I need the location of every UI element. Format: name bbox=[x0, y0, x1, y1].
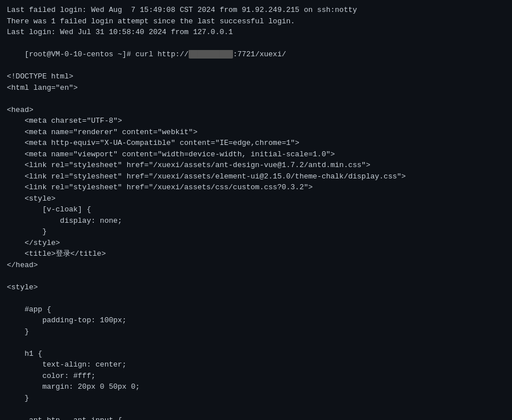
meta-xua-line: <meta http-equiv="X-UA-Compatible" conte… bbox=[7, 138, 505, 149]
style-global-open-line: <style> bbox=[7, 282, 505, 293]
text-align-line: text-align: center; bbox=[7, 359, 505, 371]
head-close-line: </head> bbox=[7, 260, 505, 271]
prompt-text: [root@VM-0-10-centos ~]# bbox=[24, 50, 135, 59]
style-open-line: <style> bbox=[7, 193, 505, 205]
empty-line-4 bbox=[7, 337, 505, 348]
empty-line-3 bbox=[7, 293, 505, 304]
command-rest: :7721/xuexi/ bbox=[233, 50, 286, 59]
command-curl: curl http:// bbox=[135, 50, 189, 59]
close-bracket1-line: } bbox=[7, 226, 505, 238]
blurred-ip: ██████████ bbox=[189, 50, 233, 59]
color-fff-line: color: #fff; bbox=[7, 371, 505, 382]
link-element-line: <link rel="stylesheet" href="/xuexi/asse… bbox=[7, 171, 505, 182]
prompt-line: [root@VM-0-10-centos ~]# curl http://███… bbox=[7, 38, 505, 72]
ant-btn-selector-line: .ant-btn, .ant-input { bbox=[7, 415, 505, 421]
failed-attempt-line: There was 1 failed login attempt since t… bbox=[7, 16, 505, 27]
link-custom-line: <link rel="stylesheet" href="/xuexi/asse… bbox=[7, 182, 505, 193]
close-bracket3-line: } bbox=[7, 393, 505, 404]
meta-renderer-line: <meta name="renderer" content="webkit"> bbox=[7, 127, 505, 138]
close-bracket2-line: } bbox=[7, 326, 505, 338]
html-open-line: <html lang="en"> bbox=[7, 82, 505, 94]
meta-viewport-line: <meta name="viewport" content="width=dev… bbox=[7, 149, 505, 160]
vcloak-line: [v-cloak] { bbox=[7, 204, 505, 215]
empty-line-5 bbox=[7, 404, 505, 415]
empty-line-1 bbox=[7, 93, 505, 105]
h1-selector-line: h1 { bbox=[7, 348, 505, 360]
meta-charset-line: <meta charset="UTF-8"> bbox=[7, 115, 505, 127]
link-antd-line: <link rel="stylesheet" href="/xuexi/asse… bbox=[7, 160, 505, 171]
app-selector-line: #app { bbox=[7, 304, 505, 315]
login-fail-line: Last failed login: Wed Aug 7 15:49:08 CS… bbox=[7, 5, 505, 16]
title-line: <title>登录</title> bbox=[7, 248, 505, 260]
padding-top-line: padding-top: 100px; bbox=[7, 315, 505, 326]
doctype-line: <!DOCTYPE html> bbox=[7, 71, 505, 82]
terminal: Last failed login: Wed Aug 7 15:49:08 CS… bbox=[7, 5, 505, 420]
display-none-line: display: none; bbox=[7, 215, 505, 227]
last-login-line: Last login: Wed Jul 31 10:58:40 2024 fro… bbox=[7, 27, 505, 38]
empty-line-2 bbox=[7, 271, 505, 282]
style-close-line: </style> bbox=[7, 238, 505, 249]
margin-line: margin: 20px 0 50px 0; bbox=[7, 381, 505, 393]
head-open-line: <head> bbox=[7, 105, 505, 116]
